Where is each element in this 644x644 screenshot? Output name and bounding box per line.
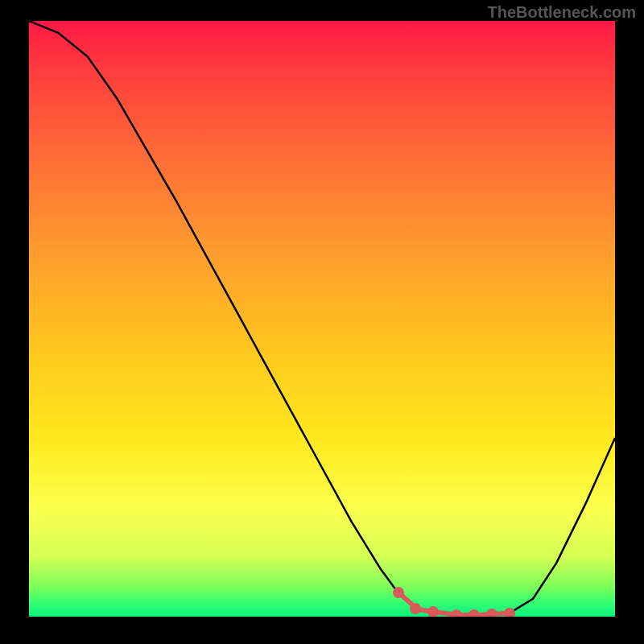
bottleneck-curve xyxy=(29,21,615,615)
highlight-marker xyxy=(451,609,462,617)
curve-svg xyxy=(29,21,615,617)
highlight-marker xyxy=(486,609,497,617)
highlight-marker xyxy=(469,609,480,617)
highlight-marker xyxy=(427,606,439,617)
highlight-marker xyxy=(393,587,404,598)
watermark-text: TheBottleneck.com xyxy=(488,3,636,22)
highlight-marker xyxy=(504,608,515,617)
chart-area xyxy=(29,21,615,617)
chart-page: TheBottleneck.com xyxy=(0,0,644,644)
highlight-marker xyxy=(410,603,421,614)
